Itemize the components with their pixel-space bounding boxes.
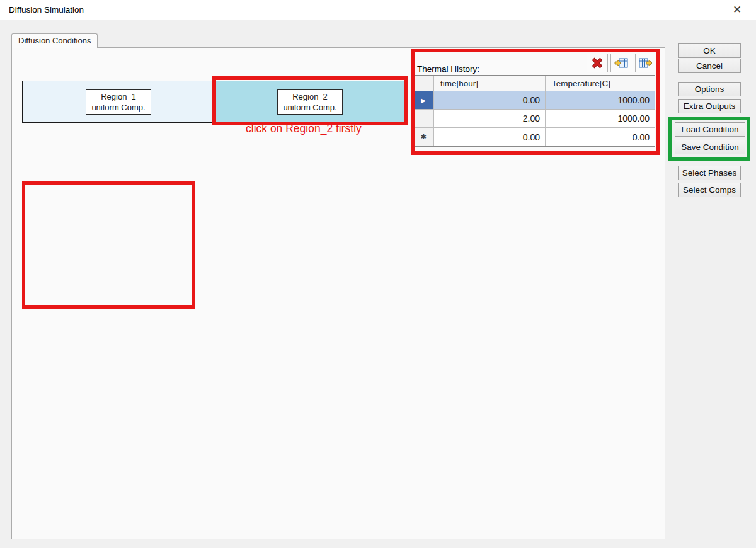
region-1-box[interactable]: Region_1 uniform Comp. xyxy=(86,89,151,115)
time-column-header: time[hour] xyxy=(434,76,546,91)
time-cell[interactable]: 0.00 xyxy=(434,128,546,146)
table-export-icon xyxy=(638,57,653,69)
region-2-box[interactable]: Region_2 uniform Comp. xyxy=(277,89,342,115)
close-icon[interactable]: ✕ xyxy=(724,0,750,20)
ok-button[interactable]: OK xyxy=(678,43,741,58)
extra-outputs-button[interactable]: Extra Outputs xyxy=(678,99,741,113)
table-import-icon xyxy=(614,57,629,69)
thermal-import-button[interactable] xyxy=(610,54,633,72)
temperature-column-header: Temperature[C] xyxy=(546,76,655,91)
options-button[interactable]: Options xyxy=(678,82,741,96)
thermal-row-selected[interactable]: ▶ 0.00 1000.00 xyxy=(413,91,655,110)
region-1-area[interactable]: Region_1 uniform Comp. xyxy=(23,81,214,122)
load-condition-button[interactable]: Load Condition xyxy=(675,122,745,137)
thermal-export-button[interactable] xyxy=(635,54,656,72)
save-condition-button[interactable]: Save Condition xyxy=(675,140,745,154)
select-phases-side-button[interactable]: Select Phases xyxy=(678,166,741,180)
region-2-comp: uniform Comp. xyxy=(283,102,336,113)
row-selector: ✱ xyxy=(413,128,434,146)
row-selector: ▶ xyxy=(413,91,434,110)
new-row-asterisk-icon: ✱ xyxy=(420,133,426,141)
row-selector-icon: ▶ xyxy=(421,97,426,104)
region-2-name: Region_2 xyxy=(283,91,336,102)
thermal-delete-button[interactable] xyxy=(587,54,608,72)
region-1-comp: uniform Comp. xyxy=(91,102,145,113)
temperature-cell[interactable]: 0.00 xyxy=(546,128,655,146)
annotation-click-hint: click on Region_2 firstly xyxy=(246,122,362,135)
window-title: Diffusion Simulation xyxy=(9,0,84,20)
thermal-new-row[interactable]: ✱ 0.00 0.00 xyxy=(413,128,655,146)
thermal-row[interactable]: 2.00 1000.00 xyxy=(413,110,655,128)
corner-header-cell xyxy=(413,76,434,91)
thermal-history-table: time[hour] Temperature[C] ▶ 0.00 1000.00… xyxy=(413,75,655,147)
cancel-button[interactable]: Cancel xyxy=(678,59,741,73)
thermal-history-label: Thermal History: xyxy=(417,64,479,74)
time-cell[interactable]: 0.00 xyxy=(434,91,546,110)
region-2-area[interactable]: Region_2 uniform Comp. xyxy=(214,81,406,122)
select-comps-button[interactable]: Select Comps xyxy=(678,183,741,197)
tab-diffusion-conditions[interactable]: Diffusion Conditions xyxy=(11,33,98,48)
row-selector xyxy=(413,110,434,128)
temperature-cell[interactable]: 1000.00 xyxy=(546,110,655,128)
region-1-name: Region_1 xyxy=(91,91,145,102)
title-bar: Diffusion Simulation ✕ xyxy=(0,0,756,20)
time-cell[interactable]: 2.00 xyxy=(434,110,546,128)
regions-strip: Region_1 uniform Comp. Region_2 uniform … xyxy=(22,81,406,123)
red-x-icon xyxy=(591,57,604,69)
diffusion-simulation-dialog: Diffusion Simulation ✕ Diffusion Conditi… xyxy=(0,0,756,548)
temperature-cell[interactable]: 1000.00 xyxy=(546,91,655,110)
